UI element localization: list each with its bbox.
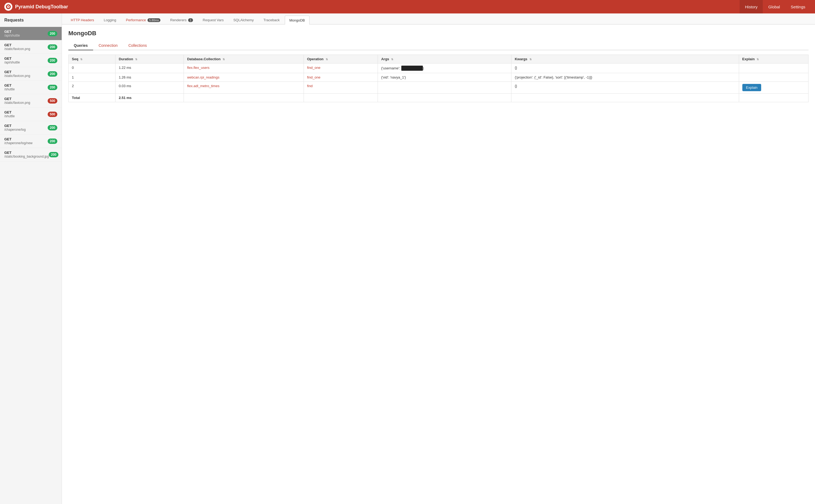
cell-collection-0: flex.flex_users [184, 63, 304, 73]
sidebar-item-7[interactable]: GET /chaperone/log 200 [0, 121, 62, 134]
operation-link-1[interactable]: find_one [307, 75, 321, 79]
tab-logging[interactable]: Logging [99, 16, 120, 24]
sidebar: Requests GET /api/shuttle 200 GET /stati… [0, 13, 62, 504]
tab-performance[interactable]: Performance 5.80ms [121, 16, 165, 24]
sidebar-method-2: GET [4, 56, 20, 61]
sidebar-badge-3: 200 [48, 71, 57, 77]
renderers-badge: 1 [188, 18, 193, 22]
collection-link-0[interactable]: flex.flex_users [187, 66, 210, 70]
cell-args-2 [378, 82, 511, 94]
sort-seq-icon[interactable]: ⇅ [80, 58, 82, 61]
sidebar-item-5[interactable]: GET /static/favicon.png 500 [0, 94, 62, 108]
app-logo: Pyramid DebugToolbar [4, 3, 740, 11]
sidebar-method-7: GET [4, 124, 26, 128]
sub-tab-connection[interactable]: Connection [93, 41, 123, 50]
sidebar-badge-9: 200 [49, 152, 58, 157]
cell-kwargs-1: {'projection': {'_id': False}, 'sort': [… [511, 73, 739, 82]
sidebar-path-7: /chaperone/log [4, 128, 26, 132]
logo-icon [4, 3, 12, 11]
sort-operation-icon[interactable]: ⇅ [326, 58, 328, 61]
cell-explain-total [739, 94, 808, 102]
collection-link-1[interactable]: webcan.rpi_readings [187, 75, 220, 79]
sidebar-item-4[interactable]: GET /shuttle 200 [0, 81, 62, 94]
sidebar-method-0: GET [4, 30, 20, 34]
sidebar-method-3: GET [4, 70, 30, 74]
cell-kwargs-total [511, 94, 739, 102]
queries-table: Seq ⇅ Duration ⇅ Database.Collection ⇅ [68, 55, 809, 102]
sidebar-badge-6: 500 [48, 112, 57, 117]
cell-duration-2: 0.03 ms [115, 82, 184, 94]
sidebar-path-8: /chaperone/log/new [4, 141, 33, 145]
sidebar-item-2[interactable]: GET /api/shuttle 200 [0, 54, 62, 67]
sidebar-item-9[interactable]: GET /static/booking_background.jpg 200 [0, 148, 62, 161]
sidebar-method-4: GET [4, 83, 15, 87]
sidebar-path-1: /static/favicon.png [4, 47, 30, 51]
page-content: MongoDB Queries Connection Collections [62, 24, 815, 108]
cell-collection-2: flex.adl_metro_times [184, 82, 304, 94]
sidebar-path-9: /static/booking_background.jpg [4, 155, 49, 158]
collection-link-2[interactable]: flex.adl_metro_times [187, 84, 220, 88]
cell-args-total [378, 94, 511, 102]
sub-tab-queries[interactable]: Queries [68, 41, 93, 50]
cell-duration-1: 1.26 ms [115, 73, 184, 82]
sidebar-item-8[interactable]: GET /chaperone/log/new 200 [0, 134, 62, 148]
cell-collection-total [184, 94, 304, 102]
sort-args-icon[interactable]: ⇅ [391, 58, 393, 61]
nav-global[interactable]: Global [763, 0, 785, 13]
page-title: MongoDB [68, 30, 809, 37]
col-explain: Explain ⇅ [739, 55, 808, 63]
sidebar-path-2: /api/shuttle [4, 61, 20, 64]
sub-tabs: Queries Connection Collections [68, 41, 809, 50]
cell-kwargs-2: {} [511, 82, 739, 94]
header-nav: History Global Settings [740, 0, 811, 13]
col-operation: Operation ⇅ [304, 55, 378, 63]
nav-settings[interactable]: Settings [785, 0, 811, 13]
tab-sqlalchemy[interactable]: SQLAlchemy [229, 16, 259, 24]
svg-point-2 [8, 6, 9, 7]
sidebar-method-6: GET [4, 110, 15, 114]
sort-duration-icon[interactable]: ⇅ [135, 58, 137, 61]
tab-request-vars[interactable]: Request Vars [198, 16, 228, 24]
cell-args-1: {'vid': 'navya_1'} [378, 73, 511, 82]
cell-explain-2: Explain [739, 82, 808, 94]
cell-operation-2: find [304, 82, 378, 94]
sidebar-badge-7: 200 [48, 125, 57, 130]
tab-renderers[interactable]: Renderers 1 [165, 16, 197, 24]
sidebar-item-1[interactable]: GET /static/favicon.png 200 [0, 40, 62, 54]
col-kwargs: Kwargs ⇅ [511, 55, 739, 63]
cell-args-0: {'username': } [378, 63, 511, 73]
sidebar-badge-0: 200 [48, 31, 57, 36]
sort-collection-icon[interactable]: ⇅ [223, 58, 225, 61]
table-row-total: Total 2.51 ms [69, 94, 809, 102]
cell-seq-2: 2 [69, 82, 115, 94]
cell-duration-0: 1.22 ms [115, 63, 184, 73]
sort-kwargs-icon[interactable]: ⇅ [529, 58, 531, 61]
sidebar-path-4: /shuttle [4, 87, 15, 91]
tab-traceback[interactable]: Traceback [259, 16, 284, 24]
sidebar-path-0: /api/shuttle [4, 34, 20, 37]
sort-explain-icon[interactable]: ⇅ [757, 58, 759, 61]
toolbar-header: Pyramid DebugToolbar History Global Sett… [0, 0, 815, 13]
cell-operation-total [304, 94, 378, 102]
sidebar-item-0[interactable]: GET /api/shuttle 200 [0, 27, 62, 40]
nav-history[interactable]: History [740, 0, 763, 13]
tab-http-headers[interactable]: HTTP Headers [66, 16, 98, 24]
cell-duration-total: 2.51 ms [115, 94, 184, 102]
sidebar-item-3[interactable]: GET /static/favicon.png 200 [0, 67, 62, 81]
sidebar-badge-1: 200 [48, 44, 57, 50]
operation-link-0[interactable]: find_one [307, 66, 321, 70]
performance-badge: 5.80ms [147, 18, 160, 22]
table-row-1: 1 1.26 ms webcan.rpi_readings find_one {… [69, 73, 809, 82]
explain-button-2[interactable]: Explain [742, 84, 761, 91]
sidebar-item-6[interactable]: GET /shuttle 500 [0, 108, 62, 121]
main-content: HTTP Headers Logging Performance 5.80ms … [62, 13, 815, 504]
cell-operation-0: find_one [304, 63, 378, 73]
cell-operation-1: find_one [304, 73, 378, 82]
tab-mongodb[interactable]: MongoDB [285, 16, 310, 24]
sub-tab-collections[interactable]: Collections [123, 41, 152, 50]
sidebar-method-8: GET [4, 137, 33, 141]
operation-link-2[interactable]: find [307, 84, 313, 88]
sidebar-badge-5: 500 [48, 98, 57, 104]
cell-explain-0 [739, 63, 808, 73]
sidebar-path-5: /static/favicon.png [4, 101, 30, 105]
